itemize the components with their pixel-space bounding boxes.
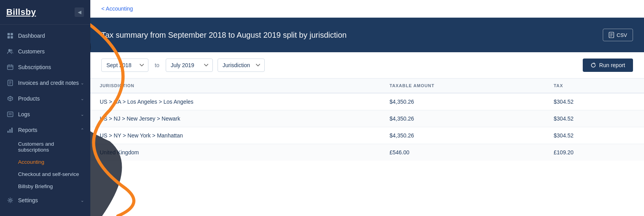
table-row: US > CA > Los Angeles > Los Angeles$4,35… [90, 93, 644, 110]
logs-chevron: ⌄ [80, 112, 84, 117]
invoices-chevron: ⌄ [80, 81, 84, 86]
svg-point-5 [11, 49, 13, 51]
subscriptions-label: Subscriptions [18, 64, 51, 70]
nav-list: Dashboard Customers Subscriptions Invoic… [0, 25, 90, 216]
breadcrumb-accounting-link[interactable]: < Accounting [101, 5, 133, 12]
table-header-row: JURISDICTION TAXABLE AMOUNT TAX [90, 79, 644, 93]
col-tax: TAX [544, 79, 644, 93]
sidebar-item-invoices[interactable]: Invoices and credit notes ⌄ [0, 75, 90, 91]
cell-taxable: $4,350.26 [380, 127, 544, 144]
submenu-customers-subs[interactable]: Customers and subscriptions [18, 138, 90, 156]
tax-table: JURISDICTION TAXABLE AMOUNT TAX US > CA … [90, 79, 644, 161]
sidebar-item-customers[interactable]: Customers [0, 44, 90, 59]
col-jurisdiction: JURISDICTION [90, 79, 380, 93]
submenu-checkout[interactable]: Checkout and self-service [18, 168, 90, 180]
cell-jurisdiction: US > NJ > New Jersey > Newark [90, 110, 380, 127]
main-content: < Accounting Tax summary from September … [90, 0, 644, 216]
to-date-select[interactable]: July 2019 [166, 59, 213, 72]
submenu-accounting[interactable]: Accounting [18, 156, 90, 168]
svg-rect-20 [11, 128, 13, 133]
reports-label: Reports [18, 127, 37, 133]
sidebar-item-subscriptions[interactable]: Subscriptions [0, 59, 90, 75]
sidebar-item-logs[interactable]: Logs ⌄ [0, 106, 90, 122]
settings-chevron: ⌄ [80, 198, 84, 203]
sidebar-collapse-button[interactable]: ◀ [75, 7, 84, 17]
dashboard-icon [6, 32, 14, 40]
svg-rect-18 [7, 131, 9, 133]
cell-tax: $304.52 [544, 127, 644, 144]
settings-icon [6, 196, 14, 204]
sidebar-header: Billsby ◀ [0, 0, 90, 25]
cell-tax: £109.20 [544, 144, 644, 161]
invoices-label: Invoices and credit notes [18, 80, 79, 86]
sidebar-logo: Billsby [6, 7, 36, 17]
page-title: Tax summary from September 2018 to Augus… [101, 31, 347, 40]
cell-taxable: $4,350.26 [380, 93, 544, 110]
cell-tax: $304.52 [544, 110, 644, 127]
svg-rect-15 [7, 112, 13, 117]
svg-point-21 [9, 200, 11, 201]
products-label: Products [18, 95, 40, 102]
submenu-briefing[interactable]: Billsby Briefing [18, 180, 90, 192]
sidebar-item-reports[interactable]: Reports ⌃ [0, 122, 90, 138]
svg-rect-3 [11, 36, 13, 38]
run-report-label: Run report [599, 62, 625, 68]
cell-jurisdiction: US > CA > Los Angeles > Los Angeles [90, 93, 380, 110]
csv-icon [609, 32, 614, 38]
reports-submenu: Customers and subscriptions Accounting C… [0, 138, 90, 192]
cell-taxable: £546.00 [380, 144, 544, 161]
customers-label: Customers [18, 48, 45, 55]
csv-button[interactable]: CSV [603, 29, 633, 41]
invoices-icon [6, 79, 14, 87]
breadcrumb-bar: < Accounting [90, 0, 644, 18]
svg-rect-2 [7, 36, 10, 38]
reports-icon [6, 126, 14, 134]
table-row: United Kingdom£546.00£109.20 [90, 144, 644, 161]
refresh-icon [591, 62, 596, 68]
sidebar-item-settings[interactable]: Settings ⌄ [0, 192, 90, 208]
csv-label: CSV [617, 32, 627, 38]
cell-jurisdiction: United Kingdom [90, 144, 380, 161]
from-date-select[interactable]: Sept 2018 [101, 59, 148, 72]
svg-rect-1 [11, 33, 13, 35]
page-header: Tax summary from September 2018 to Augus… [90, 18, 644, 52]
svg-rect-0 [7, 33, 10, 35]
sidebar-item-dashboard[interactable]: Dashboard [0, 28, 90, 44]
reports-chevron: ⌃ [80, 128, 84, 133]
logs-label: Logs [18, 111, 30, 117]
filter-bar: Sept 2018 to July 2019 Jurisdiction Run … [90, 52, 644, 79]
split-by-select[interactable]: Jurisdiction [218, 59, 265, 72]
settings-label: Settings [18, 197, 38, 203]
sidebar: Billsby ◀ Dashboard Customers Subscripti… [0, 0, 90, 216]
subscriptions-icon [6, 63, 14, 71]
customers-icon [6, 48, 14, 55]
products-icon [6, 95, 14, 103]
table-row: US > NJ > New Jersey > Newark$4,350.26$3… [90, 110, 644, 127]
cell-taxable: $4,350.26 [380, 110, 544, 127]
cell-tax: $304.52 [544, 93, 644, 110]
to-label: to [153, 62, 161, 68]
table-row: US > NY > New York > Manhattan$4,350.26$… [90, 127, 644, 144]
tax-table-container: JURISDICTION TAXABLE AMOUNT TAX US > CA … [90, 79, 644, 216]
run-report-button[interactable]: Run report [583, 59, 633, 72]
products-chevron: ⌄ [80, 96, 84, 101]
sidebar-item-products[interactable]: Products ⌄ [0, 91, 90, 106]
col-taxable-amount: TAXABLE AMOUNT [380, 79, 544, 93]
cell-jurisdiction: US > NY > New York > Manhattan [90, 127, 380, 144]
svg-point-4 [8, 49, 11, 51]
svg-rect-19 [9, 129, 11, 133]
svg-rect-6 [7, 65, 13, 70]
dashboard-label: Dashboard [18, 33, 45, 39]
logs-icon [6, 110, 14, 118]
